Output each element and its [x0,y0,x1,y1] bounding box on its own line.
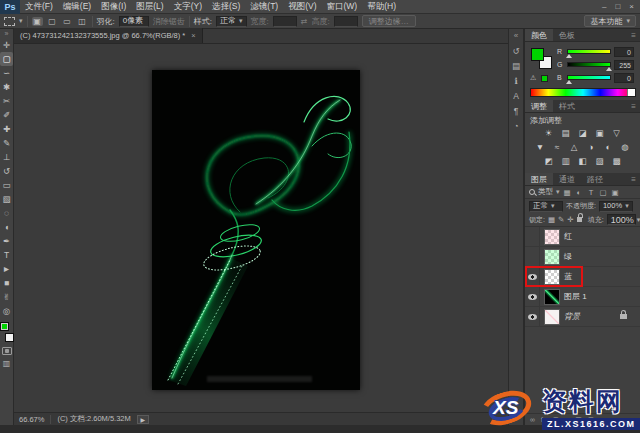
timeline-panel-icon[interactable]: ◔ [509,119,523,133]
visibility-toggle[interactable] [525,247,540,266]
lock-all-icon[interactable] [577,217,582,222]
status-options-icon[interactable]: ▶ [137,415,149,424]
close-button[interactable]: × [629,2,634,11]
clone-stamp-tool[interactable]: ⊥ [0,150,13,164]
menu-filter[interactable]: 滤镜(T) [250,1,278,13]
menu-edit[interactable]: 编辑(E) [63,1,91,13]
chevron-down-icon[interactable]: ▾ [556,188,560,196]
new-selection-icon[interactable]: ▣ [32,17,43,26]
info-panel-icon[interactable]: ℹ [509,74,523,88]
color-spectrum-ramp[interactable] [530,88,636,97]
invert-icon[interactable]: ◩ [542,156,555,167]
filter-smart-object-icon[interactable]: ▣ [611,188,620,197]
type-tool[interactable]: T [0,248,13,262]
layer-name[interactable]: 绿 [564,251,572,262]
maximize-button[interactable]: □ [615,2,620,11]
visibility-toggle[interactable] [525,307,540,326]
visibility-toggle[interactable] [525,287,540,306]
slider-thumb[interactable] [566,80,572,84]
width-input[interactable] [273,16,297,27]
menu-type[interactable]: 文字(Y) [174,1,202,13]
slider-thumb[interactable] [606,67,612,71]
posterize-icon[interactable]: ▥ [559,156,572,167]
gradient-map-icon[interactable]: ▨ [593,156,606,167]
hue-saturation-icon[interactable]: ▼ [534,142,547,153]
channel-mixer-icon[interactable]: ◐ [602,142,615,153]
tab-swatches[interactable]: 色板 [553,29,581,41]
menu-window[interactable]: 窗口(W) [327,1,358,13]
filter-type-label[interactable]: 类型 [538,187,553,197]
brightness-contrast-icon[interactable]: ☀ [542,128,555,139]
style-select[interactable]: 正常▾ [216,16,247,27]
expand-panels-icon[interactable]: « [514,31,518,43]
menu-select[interactable]: 选择(S) [212,1,240,13]
tool-preset-icon[interactable] [4,17,15,26]
hand-tool[interactable]: ✌ [0,290,13,304]
red-slider[interactable] [567,49,611,54]
workspace-switcher[interactable]: 基本功能▾ [584,15,636,27]
tab-adjustments[interactable]: 调整 [525,100,553,112]
blur-tool[interactable]: ◌ [0,206,13,220]
quick-mask-icon[interactable] [2,347,12,355]
layer-row-background[interactable]: 背景 [525,307,640,327]
move-tool[interactable]: ✛ [0,38,13,52]
zoom-level[interactable]: 66.67% [19,415,44,424]
add-selection-icon[interactable]: ▢ [47,17,58,26]
preset-dropdown-icon[interactable]: ▾ [19,17,23,25]
quick-selection-tool[interactable]: ✱ [0,80,13,94]
background-color-swatch[interactable] [5,333,14,342]
green-value[interactable]: 255 [614,60,634,70]
opacity-input[interactable]: 100%▾ [599,201,633,212]
threshold-icon[interactable]: ◧ [576,156,589,167]
canvas-area[interactable] [14,44,508,412]
layer-row-green[interactable]: 绿 [525,247,640,267]
layer-thumbnail[interactable] [544,289,560,305]
menu-help[interactable]: 帮助(H) [367,1,396,13]
rectangular-marquee-tool[interactable]: ▢ [0,52,13,66]
history-brush-tool[interactable]: ↺ [0,164,13,178]
foreground-color-swatch[interactable] [531,48,544,61]
layer-row-blue[interactable]: 蓝 [525,267,640,287]
eyedropper-tool[interactable]: ✐ [0,108,13,122]
blend-mode-select[interactable]: 正常▾ [529,201,563,212]
foreground-color-swatch[interactable] [0,322,9,331]
lock-pixels-icon[interactable]: ✎ [558,215,564,224]
levels-icon[interactable]: ▤ [559,128,572,139]
lasso-tool[interactable]: ∽ [0,66,13,80]
filter-type-layers-icon[interactable]: T [587,188,596,197]
smoke-photo[interactable] [152,70,360,390]
paragraph-panel-icon[interactable]: ¶ [509,104,523,118]
menu-layer[interactable]: 图层(L) [136,1,163,13]
web-safe-color-icon[interactable] [541,75,548,82]
menu-file[interactable]: 文件(F) [25,1,53,13]
height-input[interactable] [334,16,358,27]
character-panel-icon[interactable]: A [509,89,523,103]
path-selection-tool[interactable]: ► [0,262,13,276]
screen-mode-icon[interactable]: ▥ [3,359,11,368]
feather-input[interactable]: 0像素 [119,16,149,27]
filter-shape-layers-icon[interactable]: ▢ [599,188,608,197]
blue-slider[interactable] [567,75,611,80]
menu-view[interactable]: 视图(V) [288,1,316,13]
black-white-icon[interactable]: △ [568,142,581,153]
curves-icon[interactable]: ◪ [576,128,589,139]
layer-row-layer1[interactable]: 图层 1 [525,287,640,307]
layer-name[interactable]: 红 [564,231,572,242]
layer-name[interactable]: 图层 1 [564,291,587,302]
slider-thumb[interactable] [566,54,572,58]
intersect-selection-icon[interactable]: ◫ [77,17,88,26]
swap-dimensions-icon[interactable]: ⇄ [301,17,308,26]
blue-value[interactable]: 0 [614,73,634,83]
shape-tool[interactable]: ■ [0,276,13,290]
filter-pixel-layers-icon[interactable]: ▦ [563,188,572,197]
vibrance-icon[interactable]: ▽ [610,128,623,139]
color-lookup-icon[interactable]: ◍ [619,142,632,153]
filter-adjustment-layers-icon[interactable]: ◐ [575,188,584,197]
fill-input[interactable]: 100%▾ [607,214,636,225]
dodge-tool[interactable]: ◖ [0,220,13,234]
panel-menu-icon[interactable]: ≡ [631,100,640,112]
properties-panel-icon[interactable]: ▤ [509,59,523,73]
pen-tool[interactable]: ✒ [0,234,13,248]
photo-filter-icon[interactable]: ◑ [585,142,598,153]
minimize-button[interactable]: – [602,2,606,11]
